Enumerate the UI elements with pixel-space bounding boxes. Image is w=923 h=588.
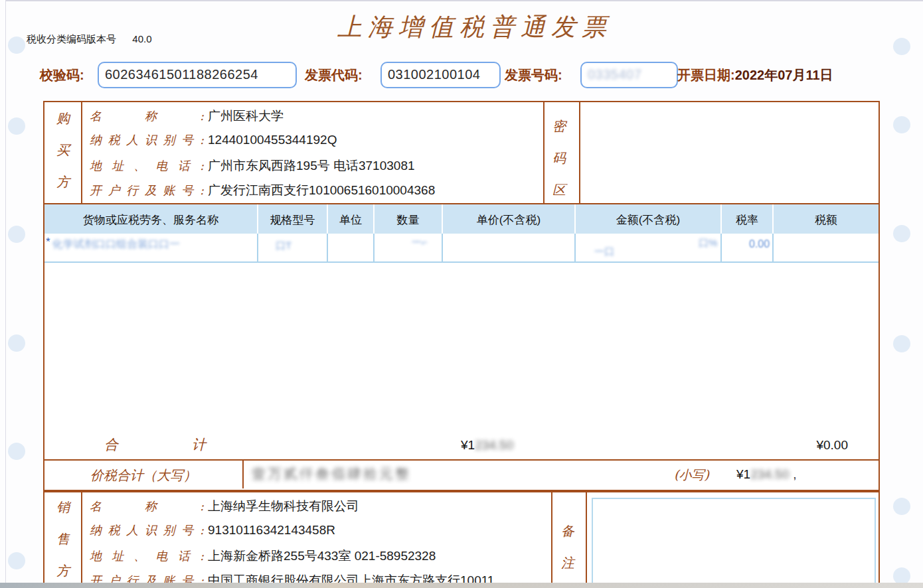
divider — [551, 492, 552, 588]
punch-hole — [893, 498, 910, 515]
seller-section: 销 售 方 名称:上海纳孚生物科技有限公司 纳税人识别号:91310116342… — [43, 491, 880, 588]
divider — [720, 204, 722, 234]
buyer-side-label: 购 — [56, 111, 70, 125]
invoice-number-redacted: 0335407 — [582, 63, 677, 82]
punch-hole — [893, 335, 910, 352]
invoice-code-box[interactable]: 031002100104 — [380, 62, 501, 88]
buyer-bank-row: 开户行及账号:广发行江南西支行101006516010004368 — [90, 182, 435, 199]
gross-small-redacted: 234.50 — [750, 467, 789, 481]
col-header-unit: 单位 — [328, 212, 373, 228]
tax-code-version: 税收分类编码版本号 40.0 — [27, 33, 152, 46]
punch-hole — [8, 117, 25, 135]
page-bottom-edge — [0, 583, 923, 588]
remarks-label: 注 — [561, 556, 574, 569]
col-header-qty: 数量 — [375, 212, 442, 228]
divider — [257, 204, 258, 234]
col-header-amount: 金额(不含税) — [576, 212, 720, 228]
issue-date-label: 开票日期: — [677, 68, 735, 82]
seller-taxid-row: 纳税人识别号:91310116342143458R — [90, 522, 335, 538]
total-amount-redacted: 234.50 — [475, 438, 513, 452]
total-label: 合 — [104, 435, 118, 454]
page-left-edge — [5, 0, 6, 588]
divider — [586, 492, 587, 588]
col-header-tax: 税额 — [774, 212, 879, 228]
item-spec-redacted: 口T — [276, 240, 292, 252]
col-header-name: 货物或应税劳务、服务名称 — [44, 212, 257, 228]
divider — [543, 102, 545, 203]
divider — [327, 204, 328, 234]
issue-date: 开票日期:2022年07月11日 — [677, 66, 833, 84]
password-zone-area — [580, 102, 879, 203]
seller-side-label: 售 — [56, 532, 70, 546]
items-section: 货物或应税劳务、服务名称 规格型号 单位 数量 单价(不含税) 金额(不含税) … — [43, 204, 880, 461]
item-qty-redacted: 一⌐ — [412, 236, 428, 249]
tax-code-version-value: 40.0 — [132, 33, 151, 44]
punch-hole — [8, 226, 25, 243]
remarks-label: 备 — [561, 524, 574, 538]
item-name-star: * — [46, 236, 50, 249]
issue-date-value: 2022年07月11日 — [735, 68, 833, 82]
invoice-code-value: 031002100104 — [382, 63, 499, 82]
gross-total-row: 价税合计（大写） 壹万贰仟叁佰肆拾元整 (小写) ¥1234.50, — [43, 461, 880, 491]
invoice-page: 税收分类编码版本号 40.0 上海增值税普通发票 校验码: 6026346150… — [0, 0, 923, 588]
buyer-side-label: 买 — [56, 143, 70, 157]
punch-hole — [893, 225, 910, 242]
punch-hole — [893, 38, 910, 55]
punch-hole — [8, 334, 25, 352]
item-amount-redacted: 一口 — [594, 246, 614, 258]
invoice-number-label: 发票号码: — [505, 66, 562, 84]
punch-hole — [8, 552, 25, 569]
punch-hole — [8, 443, 25, 460]
password-zone-label: 码 — [552, 151, 566, 165]
invoice-number-box[interactable]: 0335407 — [580, 62, 678, 88]
password-zone-label: 区 — [552, 183, 566, 196]
remarks-area — [592, 498, 876, 588]
total-amount: ¥1234.50 — [461, 438, 513, 453]
divider — [81, 102, 82, 203]
seller-address-row: 地址、电话:上海新金桥路255号433室 021-58952328 — [90, 548, 436, 565]
punch-hole — [8, 37, 25, 54]
gross-capital-redacted: 壹万贰仟叁佰肆拾元整 — [252, 465, 411, 483]
check-code-label: 校验码: — [40, 66, 84, 84]
page-top-edge — [5, 0, 923, 1]
total-tax: ¥0.00 — [722, 438, 848, 453]
gross-total-label: 价税合计（大写） — [44, 467, 242, 484]
buyer-name-row: 名称:广州医科大学 — [90, 108, 284, 125]
check-code-box[interactable]: 60263461501188266254 — [98, 62, 297, 88]
seller-side-label: 销 — [56, 500, 70, 514]
col-header-spec: 规格型号 — [258, 212, 327, 228]
item-name-redacted: 化学试剂口口组合装口口一 — [52, 238, 180, 252]
item-rate-redacted: 口% — [699, 237, 717, 250]
gross-small-label: (小写) — [674, 467, 709, 484]
divider — [574, 204, 576, 234]
divider — [373, 204, 375, 234]
buyer-address-row: 地址、电话:广州市东风西路195号 电话37103081 — [90, 157, 415, 175]
gross-small-amount: ¥1234.50, — [736, 467, 797, 482]
seller-name-row: 名称:上海纳孚生物科技有限公司 — [90, 498, 359, 515]
password-zone-label: 密 — [552, 119, 566, 133]
check-code-value: 60263461501188266254 — [99, 63, 295, 82]
buyer-section: 购 买 方 名称:广州医科大学 纳税人识别号:12440100455344192… — [43, 101, 880, 204]
invoice-code-label: 发票代码: — [305, 66, 363, 84]
divider — [242, 461, 244, 488]
invoice-title: 上海增值税普通发票 — [337, 11, 612, 44]
item-tax-redacted: 0.00 — [749, 238, 770, 250]
punch-hole — [893, 116, 910, 133]
total-label: 计 — [192, 435, 206, 454]
col-header-rate: 税率 — [722, 212, 772, 228]
divider — [442, 204, 443, 234]
buyer-side-label: 方 — [56, 175, 70, 188]
divider — [772, 204, 774, 234]
seller-side-label: 方 — [56, 564, 70, 577]
tax-code-version-label: 税收分类编码版本号 — [27, 33, 116, 44]
buyer-taxid-row: 纳税人识别号:12440100455344192Q — [90, 132, 337, 148]
divider — [44, 261, 879, 263]
divider — [81, 492, 82, 588]
item-row: * 化学试剂口口组合装口口一 口T 一⌐ 一口 口% 0.00 — [44, 234, 879, 261]
col-header-price: 单价(不含税) — [443, 212, 574, 228]
